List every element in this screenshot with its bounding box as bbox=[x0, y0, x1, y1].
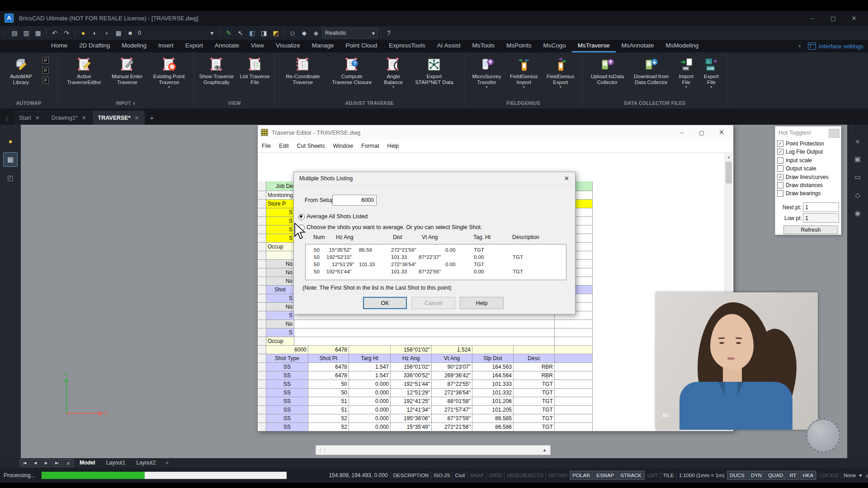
redo-button[interactable]: ↷ bbox=[61, 28, 72, 38]
row-label-cell[interactable]: S bbox=[266, 311, 294, 320]
menu-format[interactable]: Format bbox=[357, 143, 383, 149]
ribbon-tab-mstools[interactable]: MsTools bbox=[466, 40, 500, 52]
sheet-cell[interactable]: 0.000 bbox=[349, 423, 391, 432]
hide-objects-button[interactable]: ◨ bbox=[259, 28, 269, 38]
average-all-label[interactable]: Average All Shots Listed bbox=[307, 213, 368, 220]
editor-maximize-button[interactable]: ▢ bbox=[692, 125, 712, 140]
status-none[interactable]: None bbox=[841, 471, 859, 479]
sheet-cell[interactable] bbox=[555, 414, 593, 423]
sheet-cell[interactable]: 88°01'58" bbox=[432, 397, 472, 406]
sheet-cell[interactable]: 101.206 bbox=[472, 397, 514, 406]
command-bar[interactable]: ⋮⋮ ▲ bbox=[316, 445, 551, 455]
layer-name-label[interactable]: 0 bbox=[138, 30, 141, 36]
maximize-button[interactable]: ▢ bbox=[823, 11, 844, 25]
next-pt-input[interactable]: 1 bbox=[803, 202, 839, 212]
sheet-cell[interactable] bbox=[349, 346, 391, 354]
existing-point-traverse-button[interactable]: Existing PointTraverse▾ bbox=[152, 56, 186, 99]
shots-list-cell[interactable]: 101.33 bbox=[391, 254, 407, 260]
chevron-down-icon[interactable]: ▾ bbox=[486, 85, 488, 89]
sheet-cell[interactable]: 0.000 bbox=[349, 414, 391, 423]
status-lockui[interactable]: LOCKUI bbox=[816, 471, 841, 479]
shots-list-cell[interactable]: 272°36'54" bbox=[391, 262, 416, 267]
status-quad[interactable]: QUAD bbox=[765, 471, 786, 480]
sheet-cell[interactable]: 336°00'52" bbox=[391, 371, 432, 380]
row-label-cell[interactable]: S bbox=[266, 217, 294, 225]
sheet-cell[interactable]: TGT bbox=[514, 397, 555, 406]
row-label-cell[interactable]: No bbox=[266, 268, 294, 277]
sheet-cell[interactable]: 6478 bbox=[308, 371, 349, 380]
sheet-cell[interactable]: 272°36'54" bbox=[432, 389, 472, 397]
menu-cut-sheets[interactable]: Cut Sheets bbox=[293, 143, 329, 149]
low-pt-input[interactable]: 1 bbox=[803, 213, 839, 223]
shots-list-cell[interactable]: 272°21'56" bbox=[391, 247, 416, 253]
layer-dropdown-chevron-icon[interactable]: ▾ bbox=[207, 28, 217, 38]
layout-tab-layout2[interactable]: Layout2 bbox=[131, 458, 161, 468]
sheet-cell[interactable]: SS bbox=[266, 371, 308, 380]
shots-list-cell[interactable]: 50 bbox=[314, 247, 320, 253]
toggle-output-scale[interactable]: Output scale bbox=[777, 165, 816, 172]
sheet-cell[interactable]: 271°57'47" bbox=[432, 406, 472, 414]
hot-toggles-swatch[interactable] bbox=[829, 129, 840, 138]
close-icon[interactable]: ✕ bbox=[81, 115, 86, 121]
sheet-cell[interactable]: 6478 bbox=[308, 363, 349, 371]
sheet-cell[interactable]: SS bbox=[266, 397, 308, 406]
minimize-button[interactable]: – bbox=[802, 11, 823, 25]
row-label-cell[interactable]: Occup bbox=[266, 337, 294, 346]
ribbon-tab-mscogo[interactable]: MsCogo bbox=[537, 40, 571, 52]
print-style-button[interactable]: ▦ bbox=[113, 28, 124, 38]
none-dropdown-chevron[interactable]: ▾ bbox=[859, 471, 863, 479]
status-grid[interactable]: GRID bbox=[486, 471, 505, 479]
print-preview-button[interactable]: ▥ bbox=[21, 28, 32, 38]
ribbon-tab-mstraverse[interactable]: MsTraverse bbox=[572, 40, 616, 52]
chevron-down-icon[interactable]: ▾ bbox=[710, 85, 712, 89]
status-iso-25[interactable]: ISO-25 bbox=[431, 471, 452, 479]
sheet-cell[interactable] bbox=[555, 380, 593, 389]
sheet-cell[interactable]: 0.000 bbox=[349, 397, 391, 406]
angle-balance-button[interactable]: AngleBalance▾ bbox=[382, 56, 404, 99]
chevron-down-icon[interactable]: ▾ bbox=[685, 85, 687, 89]
status-dyn[interactable]: DYN bbox=[748, 471, 764, 480]
lightbulb-icon[interactable]: ● bbox=[4, 134, 17, 148]
sheet-cell[interactable] bbox=[294, 320, 555, 328]
sheet-cell[interactable]: TGT bbox=[514, 380, 555, 389]
menu-window[interactable]: Window bbox=[329, 143, 357, 149]
shots-list-cell[interactable]: 15°35'52" bbox=[329, 247, 351, 253]
sheet-cell[interactable]: 50 bbox=[308, 389, 349, 397]
status-hideobjects[interactable]: HIDEOBJECTS bbox=[504, 471, 546, 479]
command-bar-expand-icon[interactable]: ▲ bbox=[542, 448, 547, 452]
toggle-log-file-output[interactable]: ✓Log File Output bbox=[777, 148, 823, 155]
layout-nav-button-2[interactable]: ▶ bbox=[41, 459, 51, 467]
sheet-cell[interactable]: TGT bbox=[514, 414, 555, 423]
list-traverse-file-button[interactable]: List TraverseFile bbox=[239, 56, 271, 99]
shots-list-cell[interactable]: 87°22'55" bbox=[419, 269, 441, 274]
chevron-down-icon[interactable]: ▾ bbox=[392, 85, 394, 89]
view-iso-button[interactable]: ◇ bbox=[287, 28, 298, 38]
checkbox-unchecked-icon[interactable] bbox=[777, 182, 783, 188]
document-tab-traverse[interactable]: TRAVERSE*✕ bbox=[93, 111, 145, 125]
sheet-cell[interactable]: 192°51'44" bbox=[391, 380, 432, 389]
sheet-cell[interactable] bbox=[555, 371, 593, 380]
visual-style-select[interactable]: Realistic▾ bbox=[322, 28, 378, 38]
row-label-cell[interactable]: No bbox=[266, 277, 294, 286]
fieldgenius-export-button[interactable]: FieldGeniusExport▾ bbox=[545, 56, 576, 99]
layout-nav-button-0[interactable]: |◀ bbox=[19, 459, 29, 467]
isolate-objects-button[interactable]: ◧ bbox=[247, 28, 258, 38]
layer-color-swatch-icon[interactable]: ■ bbox=[125, 28, 136, 38]
fieldgenius-import-button[interactable]: FieldGeniusImport▾ bbox=[509, 56, 539, 99]
row-label-cell[interactable]: Occup bbox=[266, 243, 294, 251]
layout-tab-layout1[interactable]: Layout1 bbox=[101, 458, 131, 468]
sheet-cell[interactable]: 1.524 bbox=[432, 346, 472, 354]
sheet-cell[interactable] bbox=[294, 328, 555, 337]
sheet-cell[interactable]: SS bbox=[266, 380, 308, 389]
ribbon-tab-point-cloud[interactable]: Point Cloud bbox=[340, 40, 383, 52]
checkbox-checked-icon[interactable]: ✓ bbox=[777, 174, 783, 180]
sheet-cell[interactable] bbox=[555, 346, 593, 354]
ribbon-tab-msmodeling[interactable]: MsModeling bbox=[660, 40, 705, 52]
shots-list-cell[interactable]: TGT bbox=[474, 262, 484, 267]
row-label-cell[interactable]: S bbox=[266, 294, 294, 303]
shots-list-cell[interactable]: TGT bbox=[474, 247, 484, 253]
sheet-cell[interactable]: 101.333 bbox=[472, 380, 514, 389]
sheet-cell[interactable]: 6000 bbox=[266, 346, 308, 354]
toggle-point-protection[interactable]: ✓Point Protection bbox=[777, 140, 824, 147]
chevron-down-icon[interactable]: ▾ bbox=[523, 85, 525, 89]
